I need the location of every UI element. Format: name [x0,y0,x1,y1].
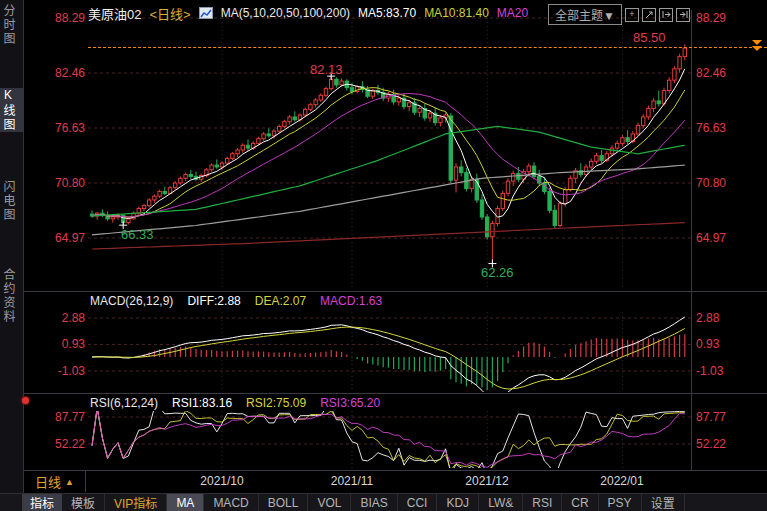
macd-axis-right: 2.88 [696,311,756,325]
tab-indicators[interactable]: 指标 [22,494,62,511]
rsi-axis-left: 52.22 [28,437,85,451]
ma5-value: MA5:83.70 [358,6,416,20]
macd-title: MACD(26,12,9) [90,294,173,308]
rsi-header: RSI(6,12,24) RSI1:83.16 RSI2:75.09 RSI3:… [90,396,380,410]
period-tag: <日线> [149,4,190,23]
toolbar-item-cr[interactable]: CR [562,494,598,511]
rsi-axis-right: 52.22 [696,437,756,451]
rsi-title: RSI(6,12,24) [90,396,158,410]
macd-axis-right: -1.03 [696,364,756,378]
sidebar-item-contract-info[interactable]: 合约资料 [0,268,24,324]
rsi-axis-left: 87.77 [28,410,85,424]
left-sidebar: 分时图 K线图 闪电图 合约资料 [0,0,24,493]
rsi2-value: RSI2:75.09 [246,396,306,410]
price-label-left: 64.97 [28,231,85,245]
price-label-left: 76.63 [28,121,85,135]
low-price-label-1: 66.33 [121,227,154,242]
toolbar-item-rsi[interactable]: RSI [523,494,562,511]
toolbar-item-boll[interactable]: BOLL [259,494,309,511]
rsi-axis-right: 87.77 [696,410,756,424]
kline-chart-canvas[interactable] [88,0,691,493]
macd-header: MACD(26,12,9) DIFF:2.88 DEA:2.07 MACD:1.… [90,294,382,308]
low-price-label-2: 62.26 [481,265,514,280]
top-right-controls: 全部主题▼ + [534,4,690,25]
ma10-value: MA10:81.40 [424,6,489,20]
toolbar-item-template[interactable]: 模板 [62,494,105,511]
sidebar-item-flash-chart[interactable]: 闪电图 [0,180,24,222]
toolbar-item-psy[interactable]: PSY [599,494,642,511]
symbol-title: 美原油02 [88,4,141,23]
toolbar-item-vip[interactable]: VIP指标 [105,494,167,511]
toolbar-item-lw[interactable]: LW& [479,494,523,511]
x-tick-label: 2021/11 [324,474,380,488]
price-label-left: 82.46 [28,66,85,80]
theme-select-button[interactable]: 全部主题▼ [548,4,622,25]
alert-dot-icon [22,397,29,404]
rsi1-value: RSI1:83.16 [172,396,232,410]
sidebar-item-kline-chart[interactable]: K线图 [0,88,24,132]
price-label-left: 70.80 [28,176,85,190]
ma20-value: MA20 [497,6,528,20]
x-axis-row: 日线 ▲ 2021/10 2021/11 2021/12 2022/01 [24,471,767,492]
ma-settings-label: MA(5,10,20,50,100,200) [221,6,350,20]
price-label-right: 76.63 [696,121,756,135]
price-label-right: 64.97 [696,231,756,245]
pan-right-icon[interactable] [659,8,673,22]
toolbar-item-cci[interactable]: CCI [398,494,438,511]
indicator-toolbar: 指标 模板 VIP指标 MA MACD BOLL VOL BIAS CCI KD… [0,493,767,511]
period-selector[interactable]: 日线 ▲ [24,471,86,492]
rsi3-value: RSI3:65.20 [320,396,380,410]
price-label-right: 88.29 [696,11,756,25]
macd-axis-left: 0.93 [28,337,85,351]
trading-app-window: 美原油02 <日线> MA(5,10,20,50,100,200) MA5:83… [0,0,767,511]
toolbar-item-settings[interactable]: 设置 [642,494,685,511]
macd-axis-left: 2.88 [28,311,85,325]
current-price-line [88,47,767,48]
macd-dea-value: DEA:2.07 [255,294,306,308]
toolbar-item-bias[interactable]: BIAS [351,494,397,511]
page-forward-icon[interactable] [676,8,690,22]
x-tick-label: 2021/12 [459,474,515,488]
price-label-left: 88.29 [28,11,85,25]
kline-icon [199,7,213,19]
toolbar-spacer [0,494,22,511]
toolbar-item-ma[interactable]: MA [167,494,204,511]
divider [24,393,767,394]
divider [24,291,767,292]
macd-macd-value: MACD:1.63 [320,294,382,308]
price-label-right: 70.80 [696,176,756,190]
current-price-label: 85.50 [633,30,666,45]
x-tick-label: 2021/10 [194,474,250,488]
x-tick-label: 2022/01 [594,474,650,488]
macd-axis-right: 0.93 [696,337,756,351]
macd-axis-left: -1.03 [28,364,85,378]
zoom-region-icon[interactable] [642,8,656,22]
crosshair-icon[interactable]: + [625,8,639,22]
macd-diff-value: DIFF:2.88 [187,294,240,308]
period-up-arrow-icon: ▲ [65,477,74,487]
period-selector-label: 日线 [35,472,61,491]
peak-price-label: 82.13 [310,62,343,77]
sidebar-item-time-chart[interactable]: 分时图 [0,4,24,46]
toolbar-item-kdj[interactable]: KDJ [437,494,479,511]
axis-border [691,10,692,492]
top-bar: 美原油02 <日线> MA(5,10,20,50,100,200) MA5:83… [88,0,528,26]
price-label-right: 82.46 [696,66,756,80]
current-price-marker-icon [752,40,763,52]
toolbar-item-vol[interactable]: VOL [308,494,351,511]
toolbar-item-macd[interactable]: MACD [204,494,258,511]
